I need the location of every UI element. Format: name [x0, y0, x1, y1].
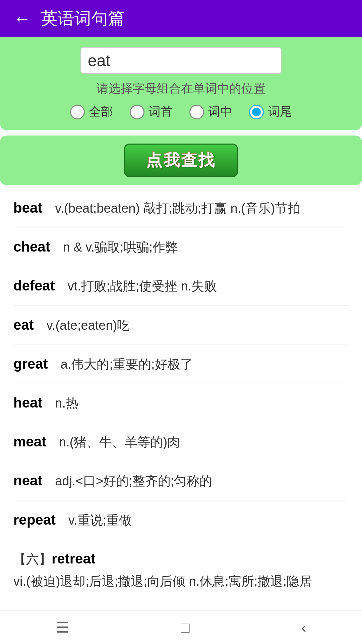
search-panel: 请选择字母组合在单词中的位置 全部 词首 词中 词尾 — [0, 37, 362, 130]
word-definition: n & v.骗取;哄骗;作弊 — [63, 240, 178, 254]
word-definition: vi.(被迫)退却;后退;撤退;向后倾 n.休息;寓所;撤退;隐居 — [13, 571, 349, 592]
header: ← 英语词句篇 — [0, 0, 362, 37]
list-item[interactable]: eat v.(ate;eaten)吃 — [13, 306, 349, 344]
word-text: neat — [13, 473, 42, 488]
word-text: heat — [13, 395, 42, 411]
radio-label-end: 词尾 — [268, 104, 292, 120]
word-prefix: 【六】 — [13, 552, 52, 566]
results-list: beat v.(beat;beaten) 敲打;跳动;打赢 n.(音乐)节拍ch… — [0, 185, 362, 644]
word-definition: v.重说;重做 — [68, 513, 132, 527]
list-item[interactable]: cheat n & v.骗取;哄骗;作弊 — [13, 227, 349, 266]
radio-end[interactable]: 词尾 — [249, 104, 292, 120]
word-text: great — [13, 356, 48, 372]
bottom-nav: ☰ □ ‹ — [0, 610, 362, 644]
radio-middle[interactable]: 词中 — [189, 104, 232, 120]
word-definition: v.(ate;eaten)吃 — [47, 318, 130, 332]
list-item[interactable]: meat n.(猪、牛、羊等的)肉 — [13, 422, 349, 461]
word-text: eat — [13, 317, 34, 333]
word-definition: adj.<口>好的;整齐的;匀称的 — [55, 474, 212, 488]
list-item[interactable]: great a.伟大的;重要的;好极了 — [13, 344, 349, 383]
back-button[interactable]: ← — [13, 10, 31, 27]
list-item[interactable]: repeat v.重说;重做 — [13, 500, 349, 539]
word-text: retreat — [52, 551, 96, 567]
radio-start[interactable]: 词首 — [130, 104, 173, 120]
word-definition: n.热 — [55, 396, 78, 410]
position-radio-group: 全部 词首 词中 词尾 — [13, 104, 349, 120]
list-item[interactable]: beat v.(beat;beaten) 敲打;跳动;打赢 n.(音乐)节拍 — [13, 189, 349, 227]
radio-all[interactable]: 全部 — [70, 104, 113, 120]
word-definition: n.(猪、牛、羊等的)肉 — [59, 435, 180, 449]
list-item[interactable]: heat n.热 — [13, 383, 349, 422]
search-input[interactable] — [80, 47, 282, 74]
word-text: meat — [13, 434, 46, 449]
page-title: 英语词句篇 — [41, 7, 125, 30]
word-text: cheat — [13, 239, 50, 255]
radio-circle-start — [130, 105, 144, 119]
radio-circle-middle — [189, 105, 204, 119]
word-definition: v.(beat;beaten) 敲打;跳动;打赢 n.(音乐)节拍 — [55, 201, 300, 215]
word-text: repeat — [13, 512, 56, 528]
home-icon[interactable]: □ — [181, 619, 190, 636]
word-definition: a.伟大的;重要的;好极了 — [61, 357, 193, 371]
list-item[interactable]: neat adj.<口>好的;整齐的;匀称的 — [13, 461, 349, 500]
word-text: beat — [13, 200, 42, 216]
search-input-wrapper — [13, 47, 349, 74]
list-item[interactable]: 【六】retreat vi.(被迫)退却;后退;撤退;向后倾 n.休息;寓所;撤… — [13, 539, 349, 600]
list-item[interactable]: defeat vt.打败;战胜;使受挫 n.失败 — [13, 266, 349, 305]
radio-circle-end — [249, 105, 264, 119]
word-definition: vt.打败;战胜;使受挫 n.失败 — [68, 279, 217, 293]
radio-label-all: 全部 — [89, 104, 113, 120]
button-panel: 点我查找 — [0, 136, 362, 185]
radio-label-middle: 词中 — [208, 104, 232, 120]
search-button[interactable]: 点我查找 — [124, 144, 238, 177]
search-hint: 请选择字母组合在单词中的位置 — [13, 80, 349, 97]
back-nav-icon[interactable]: ‹ — [301, 619, 306, 636]
word-text: defeat — [13, 278, 55, 293]
radio-circle-all — [70, 105, 85, 119]
menu-icon[interactable]: ☰ — [56, 619, 69, 636]
radio-label-start: 词首 — [148, 104, 173, 120]
